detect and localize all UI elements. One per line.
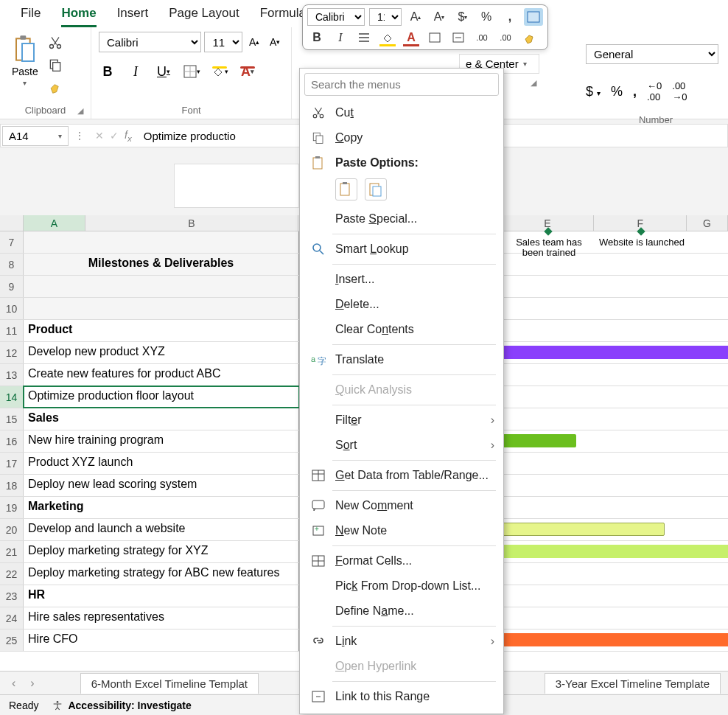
namebox-expand-icon[interactable]: ⋮	[70, 130, 89, 142]
row-header[interactable]: 7	[0, 231, 24, 253]
mini-currency-icon[interactable]: $▾	[453, 8, 472, 26]
cell-ab[interactable]: Hire sales representatives	[24, 607, 299, 629]
mini-decimal1-icon[interactable]: .00	[472, 29, 491, 46]
cell-ab[interactable]: Develop new product XYZ	[24, 342, 299, 363]
mini-increase-font-icon[interactable]: A▴	[406, 8, 425, 26]
increase-font-icon[interactable]: A▴	[245, 33, 263, 51]
ctx-clear-contents[interactable]: Clear Contents	[300, 317, 503, 342]
ctx-get-data[interactable]: Get Data from Table/Range...	[300, 463, 503, 488]
comma-button[interactable]: ,	[633, 84, 637, 100]
row-header[interactable]: 25	[0, 629, 24, 651]
cell-ab[interactable]: New hire training program	[24, 430, 299, 452]
row-header[interactable]: 10	[0, 298, 24, 319]
mini-decimal2-icon[interactable]: .00	[496, 29, 515, 46]
format-painter-icon[interactable]	[47, 79, 63, 95]
percent-button[interactable]: %	[611, 84, 623, 100]
ctx-paste-special[interactable]: Paste Special...	[300, 206, 503, 231]
ctx-define-name[interactable]: Define Name...	[300, 599, 503, 624]
mini-fill-color-icon[interactable]	[378, 29, 397, 46]
row-header[interactable]: 9	[0, 276, 24, 297]
ctx-delete[interactable]: Delete...	[300, 292, 503, 317]
row-header[interactable]: 11	[0, 320, 24, 341]
row-header[interactable]: 20	[0, 519, 24, 540]
cell-ab[interactable]	[24, 231, 299, 253]
tab-home[interactable]: Home	[61, 6, 96, 27]
number-format-select[interactable]: General	[586, 44, 718, 64]
row-header[interactable]: 23	[0, 585, 24, 607]
col-header-b[interactable]: B	[85, 215, 298, 231]
mini-font-size[interactable]: 11	[369, 8, 402, 26]
cell-ab[interactable]: Develop and launch a website	[24, 519, 299, 540]
cell-ab[interactable]: Deploy marketing strategy for XYZ	[24, 541, 299, 562]
gantt-bar[interactable]	[503, 523, 665, 536]
underline-button[interactable]: U ▾	[155, 63, 172, 80]
row-header[interactable]: 15	[0, 408, 24, 430]
font-size-select[interactable]: 11	[204, 32, 242, 52]
row-header[interactable]: 8	[0, 254, 24, 275]
row-header[interactable]: 21	[0, 541, 24, 562]
cell-ab[interactable]: Marketing	[24, 497, 299, 518]
copy-icon[interactable]	[47, 57, 63, 73]
cell-ab[interactable]: Sales	[24, 408, 299, 430]
clipboard-launcher-icon[interactable]: ◢	[77, 106, 83, 116]
cell-ab[interactable]: Hire CFO	[24, 629, 299, 651]
paste-button[interactable]: Paste ▾	[7, 32, 43, 90]
gantt-bar[interactable]	[503, 545, 728, 558]
mini-bold-icon[interactable]: B	[307, 29, 326, 46]
row-header[interactable]: 18	[0, 475, 24, 496]
ctx-new-note[interactable]: +New Note	[300, 518, 503, 543]
mini-font-name[interactable]: Calibri	[307, 8, 365, 26]
cancel-formula-icon[interactable]: ✕	[95, 130, 104, 142]
ctx-cut[interactable]: Cut	[300, 100, 503, 125]
sheet-tab-3year[interactable]: 3-Year Excel Timeline Template	[545, 673, 721, 694]
row-header[interactable]: 22	[0, 563, 24, 585]
mini-font-color-icon[interactable]: A	[402, 29, 421, 46]
ctx-link-range[interactable]: Link to this Range	[300, 684, 503, 709]
row-header[interactable]: 13	[0, 364, 24, 386]
col-header-g[interactable]: G	[687, 215, 728, 231]
fill-color-button[interactable]: ▾	[211, 63, 228, 80]
sheet-nav-prev-icon[interactable]: ‹	[7, 677, 20, 690]
ctx-translate[interactable]: a字Translate	[300, 347, 503, 372]
cell-ab[interactable]: Deploy marketing strategy for ABC new fe…	[24, 563, 299, 585]
cell-ab[interactable]: Product XYZ launch	[24, 453, 299, 474]
paste-option-default[interactable]	[335, 178, 357, 200]
ctx-insert[interactable]: Insert...	[300, 267, 503, 292]
cell-ab[interactable]: Create new features for product ABC	[24, 364, 299, 386]
tab-page-layout[interactable]: Page Layout	[169, 6, 239, 27]
row-header[interactable]: 14	[0, 386, 24, 408]
borders-button[interactable]: ▾	[183, 63, 200, 80]
enter-formula-icon[interactable]: ✓	[110, 130, 119, 142]
row-header[interactable]: 17	[0, 453, 24, 474]
sheet-tab-6month[interactable]: 6-Month Excel Timeline Templat	[80, 673, 259, 694]
select-all-corner[interactable]	[0, 215, 24, 231]
bold-button[interactable]: B	[99, 63, 116, 80]
decrease-decimal-button[interactable]: .00→0	[672, 80, 687, 102]
decrease-font-icon[interactable]: A▾	[266, 33, 284, 51]
increase-decimal-button[interactable]: ←0.00	[647, 80, 662, 102]
tab-file[interactable]: File	[21, 6, 41, 27]
cell-ab[interactable]	[24, 276, 299, 297]
mini-painter-icon[interactable]	[519, 29, 539, 46]
row-header[interactable]: 12	[0, 342, 24, 363]
ctx-copy[interactable]: Copy	[300, 125, 503, 150]
cell-ab[interactable]: Optimize production floor layout	[24, 386, 299, 408]
cell-ab[interactable]: Product	[24, 320, 299, 341]
name-box[interactable]: A14▾	[2, 126, 69, 146]
row-header[interactable]: 19	[0, 497, 24, 518]
row-header[interactable]: 24	[0, 607, 24, 629]
ctx-sort[interactable]: Sort›	[300, 433, 503, 458]
mini-comma-icon[interactable]: ,	[500, 8, 519, 26]
cell-ab[interactable]	[24, 298, 299, 319]
font-color-button[interactable]: A▾	[239, 63, 256, 80]
col-header-a[interactable]: A	[24, 215, 85, 231]
ctx-filter[interactable]: Filter›	[300, 408, 503, 433]
gantt-bar[interactable]	[503, 346, 728, 359]
context-search-input[interactable]	[304, 73, 499, 96]
currency-button[interactable]: $ ▾	[586, 84, 601, 100]
mini-borders-icon[interactable]	[425, 29, 444, 46]
gantt-bar[interactable]	[503, 434, 576, 447]
row-header[interactable]: 16	[0, 430, 24, 452]
sheet-nav-next-icon[interactable]: ›	[26, 677, 38, 690]
cell-ab[interactable]: HR	[24, 585, 299, 607]
